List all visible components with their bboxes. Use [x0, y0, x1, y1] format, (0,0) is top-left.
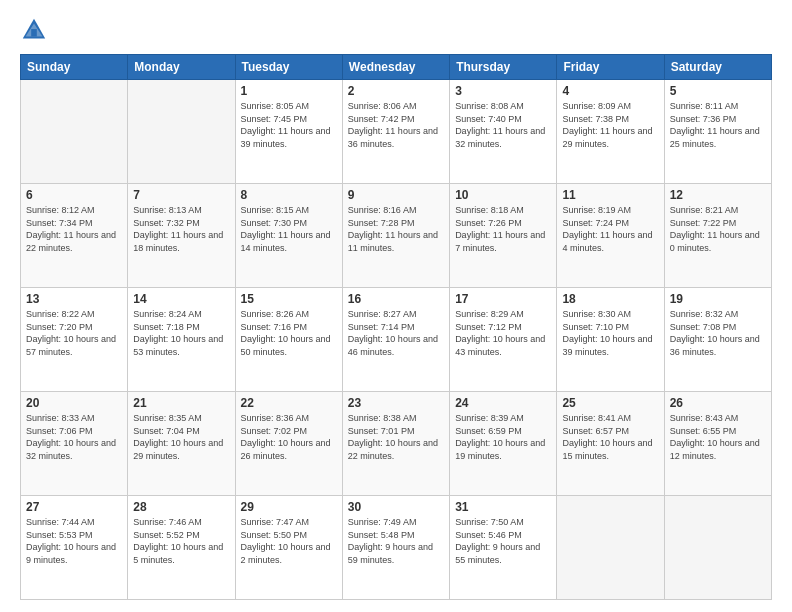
- day-header-wednesday: Wednesday: [342, 55, 449, 80]
- calendar-cell: 12Sunrise: 8:21 AMSunset: 7:22 PMDayligh…: [664, 184, 771, 288]
- day-info: Sunrise: 8:32 AMSunset: 7:08 PMDaylight:…: [670, 308, 766, 358]
- calendar-cell: 14Sunrise: 8:24 AMSunset: 7:18 PMDayligh…: [128, 288, 235, 392]
- day-info: Sunrise: 8:11 AMSunset: 7:36 PMDaylight:…: [670, 100, 766, 150]
- day-number: 15: [241, 292, 337, 306]
- day-number: 26: [670, 396, 766, 410]
- day-info: Sunrise: 7:46 AMSunset: 5:52 PMDaylight:…: [133, 516, 229, 566]
- calendar-cell: 22Sunrise: 8:36 AMSunset: 7:02 PMDayligh…: [235, 392, 342, 496]
- day-number: 9: [348, 188, 444, 202]
- day-info: Sunrise: 8:39 AMSunset: 6:59 PMDaylight:…: [455, 412, 551, 462]
- calendar-week-row: 27Sunrise: 7:44 AMSunset: 5:53 PMDayligh…: [21, 496, 772, 600]
- day-number: 28: [133, 500, 229, 514]
- day-info: Sunrise: 8:06 AMSunset: 7:42 PMDaylight:…: [348, 100, 444, 150]
- day-info: Sunrise: 8:09 AMSunset: 7:38 PMDaylight:…: [562, 100, 658, 150]
- calendar-week-row: 6Sunrise: 8:12 AMSunset: 7:34 PMDaylight…: [21, 184, 772, 288]
- page: SundayMondayTuesdayWednesdayThursdayFrid…: [0, 0, 792, 612]
- calendar-cell: 4Sunrise: 8:09 AMSunset: 7:38 PMDaylight…: [557, 80, 664, 184]
- day-info: Sunrise: 8:29 AMSunset: 7:12 PMDaylight:…: [455, 308, 551, 358]
- day-info: Sunrise: 8:38 AMSunset: 7:01 PMDaylight:…: [348, 412, 444, 462]
- day-info: Sunrise: 8:22 AMSunset: 7:20 PMDaylight:…: [26, 308, 122, 358]
- day-number: 31: [455, 500, 551, 514]
- calendar-cell: 28Sunrise: 7:46 AMSunset: 5:52 PMDayligh…: [128, 496, 235, 600]
- day-info: Sunrise: 8:21 AMSunset: 7:22 PMDaylight:…: [670, 204, 766, 254]
- day-number: 7: [133, 188, 229, 202]
- day-info: Sunrise: 8:16 AMSunset: 7:28 PMDaylight:…: [348, 204, 444, 254]
- calendar-cell: 11Sunrise: 8:19 AMSunset: 7:24 PMDayligh…: [557, 184, 664, 288]
- day-info: Sunrise: 8:43 AMSunset: 6:55 PMDaylight:…: [670, 412, 766, 462]
- calendar-cell: 13Sunrise: 8:22 AMSunset: 7:20 PMDayligh…: [21, 288, 128, 392]
- day-info: Sunrise: 8:35 AMSunset: 7:04 PMDaylight:…: [133, 412, 229, 462]
- day-number: 4: [562, 84, 658, 98]
- calendar-cell: 9Sunrise: 8:16 AMSunset: 7:28 PMDaylight…: [342, 184, 449, 288]
- calendar-cell: 24Sunrise: 8:39 AMSunset: 6:59 PMDayligh…: [450, 392, 557, 496]
- day-number: 5: [670, 84, 766, 98]
- day-header-friday: Friday: [557, 55, 664, 80]
- calendar-cell: 29Sunrise: 7:47 AMSunset: 5:50 PMDayligh…: [235, 496, 342, 600]
- calendar-week-row: 1Sunrise: 8:05 AMSunset: 7:45 PMDaylight…: [21, 80, 772, 184]
- calendar-cell: 26Sunrise: 8:43 AMSunset: 6:55 PMDayligh…: [664, 392, 771, 496]
- calendar-header-row: SundayMondayTuesdayWednesdayThursdayFrid…: [21, 55, 772, 80]
- day-info: Sunrise: 7:49 AMSunset: 5:48 PMDaylight:…: [348, 516, 444, 566]
- day-info: Sunrise: 8:26 AMSunset: 7:16 PMDaylight:…: [241, 308, 337, 358]
- calendar-cell: 21Sunrise: 8:35 AMSunset: 7:04 PMDayligh…: [128, 392, 235, 496]
- day-info: Sunrise: 8:08 AMSunset: 7:40 PMDaylight:…: [455, 100, 551, 150]
- day-number: 21: [133, 396, 229, 410]
- calendar-cell: [21, 80, 128, 184]
- day-number: 30: [348, 500, 444, 514]
- calendar-cell: 15Sunrise: 8:26 AMSunset: 7:16 PMDayligh…: [235, 288, 342, 392]
- calendar-cell: 20Sunrise: 8:33 AMSunset: 7:06 PMDayligh…: [21, 392, 128, 496]
- logo-icon: [20, 16, 48, 44]
- calendar-cell: 10Sunrise: 8:18 AMSunset: 7:26 PMDayligh…: [450, 184, 557, 288]
- day-info: Sunrise: 8:19 AMSunset: 7:24 PMDaylight:…: [562, 204, 658, 254]
- day-info: Sunrise: 8:30 AMSunset: 7:10 PMDaylight:…: [562, 308, 658, 358]
- day-number: 2: [348, 84, 444, 98]
- calendar-cell: 6Sunrise: 8:12 AMSunset: 7:34 PMDaylight…: [21, 184, 128, 288]
- day-header-tuesday: Tuesday: [235, 55, 342, 80]
- day-number: 23: [348, 396, 444, 410]
- day-number: 22: [241, 396, 337, 410]
- calendar-cell: 1Sunrise: 8:05 AMSunset: 7:45 PMDaylight…: [235, 80, 342, 184]
- day-number: 24: [455, 396, 551, 410]
- day-number: 3: [455, 84, 551, 98]
- calendar-cell: 19Sunrise: 8:32 AMSunset: 7:08 PMDayligh…: [664, 288, 771, 392]
- calendar-cell: 3Sunrise: 8:08 AMSunset: 7:40 PMDaylight…: [450, 80, 557, 184]
- day-number: 10: [455, 188, 551, 202]
- calendar-cell: 27Sunrise: 7:44 AMSunset: 5:53 PMDayligh…: [21, 496, 128, 600]
- day-number: 16: [348, 292, 444, 306]
- calendar-cell: [664, 496, 771, 600]
- day-number: 6: [26, 188, 122, 202]
- logo: [20, 16, 52, 44]
- calendar-cell: 17Sunrise: 8:29 AMSunset: 7:12 PMDayligh…: [450, 288, 557, 392]
- day-header-thursday: Thursday: [450, 55, 557, 80]
- calendar-cell: 16Sunrise: 8:27 AMSunset: 7:14 PMDayligh…: [342, 288, 449, 392]
- calendar-cell: 31Sunrise: 7:50 AMSunset: 5:46 PMDayligh…: [450, 496, 557, 600]
- day-number: 14: [133, 292, 229, 306]
- calendar-cell: 8Sunrise: 8:15 AMSunset: 7:30 PMDaylight…: [235, 184, 342, 288]
- day-info: Sunrise: 8:12 AMSunset: 7:34 PMDaylight:…: [26, 204, 122, 254]
- day-header-monday: Monday: [128, 55, 235, 80]
- calendar-cell: 2Sunrise: 8:06 AMSunset: 7:42 PMDaylight…: [342, 80, 449, 184]
- day-header-saturday: Saturday: [664, 55, 771, 80]
- day-number: 27: [26, 500, 122, 514]
- calendar-cell: [557, 496, 664, 600]
- day-info: Sunrise: 7:44 AMSunset: 5:53 PMDaylight:…: [26, 516, 122, 566]
- day-number: 17: [455, 292, 551, 306]
- day-number: 20: [26, 396, 122, 410]
- svg-rect-2: [31, 29, 37, 36]
- day-number: 13: [26, 292, 122, 306]
- calendar-cell: 5Sunrise: 8:11 AMSunset: 7:36 PMDaylight…: [664, 80, 771, 184]
- day-info: Sunrise: 8:05 AMSunset: 7:45 PMDaylight:…: [241, 100, 337, 150]
- day-number: 19: [670, 292, 766, 306]
- day-info: Sunrise: 8:41 AMSunset: 6:57 PMDaylight:…: [562, 412, 658, 462]
- header: [20, 16, 772, 44]
- day-info: Sunrise: 8:24 AMSunset: 7:18 PMDaylight:…: [133, 308, 229, 358]
- day-number: 8: [241, 188, 337, 202]
- day-info: Sunrise: 8:33 AMSunset: 7:06 PMDaylight:…: [26, 412, 122, 462]
- day-number: 25: [562, 396, 658, 410]
- day-info: Sunrise: 8:27 AMSunset: 7:14 PMDaylight:…: [348, 308, 444, 358]
- calendar-week-row: 13Sunrise: 8:22 AMSunset: 7:20 PMDayligh…: [21, 288, 772, 392]
- calendar-cell: 7Sunrise: 8:13 AMSunset: 7:32 PMDaylight…: [128, 184, 235, 288]
- calendar-cell: 25Sunrise: 8:41 AMSunset: 6:57 PMDayligh…: [557, 392, 664, 496]
- day-info: Sunrise: 7:50 AMSunset: 5:46 PMDaylight:…: [455, 516, 551, 566]
- day-info: Sunrise: 8:15 AMSunset: 7:30 PMDaylight:…: [241, 204, 337, 254]
